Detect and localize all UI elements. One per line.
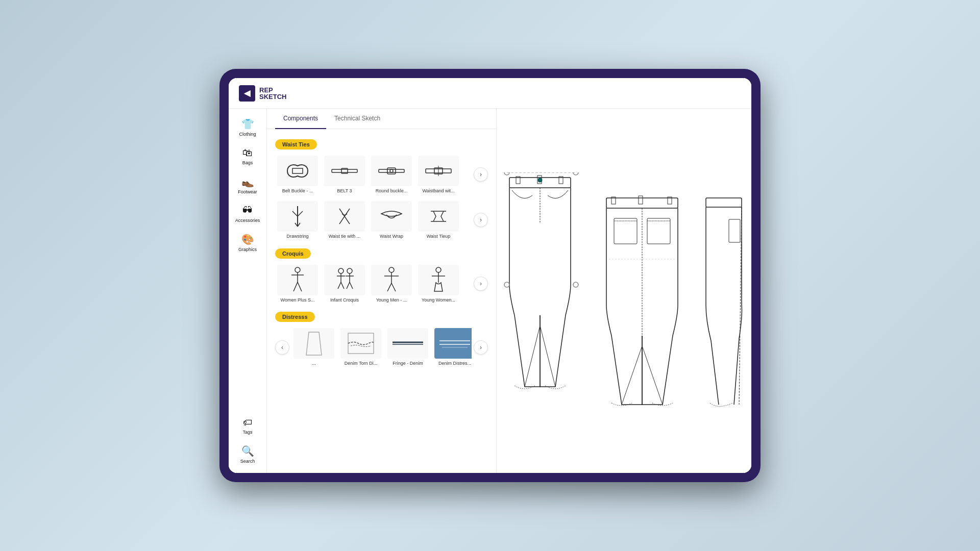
- component-women-plus[interactable]: Women Plus S...: [275, 263, 320, 305]
- app-body: 👕 Clothing 🛍 Bags 👞 Footwear 🕶 Accessori…: [229, 109, 751, 473]
- component-young-men[interactable]: Young Men - ...: [369, 263, 414, 305]
- svg-rect-51: [606, 198, 678, 208]
- component-young-women[interactable]: Young Women...: [416, 263, 461, 305]
- svg-rect-57: [647, 218, 670, 244]
- waistband-thumb: [418, 156, 459, 186]
- waist-tie-with-thumb: [324, 201, 365, 232]
- young-women-thumb: [418, 265, 459, 295]
- svg-point-21: [347, 268, 352, 273]
- logo-sketch: SKETCH: [259, 93, 286, 100]
- component-fringe-denim[interactable]: Fringe - Denim: [385, 326, 430, 368]
- croquis-row: Women Plus S...: [267, 263, 496, 305]
- tags-icon: 🏷: [243, 417, 252, 428]
- svg-point-50: [573, 282, 578, 287]
- distress-row: ‹ ...: [267, 326, 496, 368]
- svg-point-46: [538, 178, 542, 182]
- sidebar-item-clothing[interactable]: 👕 Clothing: [231, 114, 264, 141]
- infant-croquis-thumb: [324, 265, 365, 295]
- croquis-badge: Croquis: [275, 248, 311, 259]
- svg-rect-30: [348, 333, 374, 354]
- component-waist-wrap[interactable]: Waist Wrap: [369, 199, 414, 241]
- search-label: Search: [240, 459, 255, 464]
- sidebar-item-accessories[interactable]: 🕶 Accessories: [231, 201, 264, 227]
- belt-buckle-label: Belt Buckle - ...: [282, 188, 313, 194]
- accessories-icon: 🕶: [242, 205, 253, 216]
- women-plus-thumb: [277, 265, 318, 295]
- denim-distress1-label: Denim Distres...: [438, 361, 471, 366]
- clothing-label: Clothing: [239, 132, 256, 137]
- drawstring-label: Drawstring: [286, 234, 308, 239]
- svg-line-10: [298, 211, 303, 216]
- tags-label: Tags: [242, 430, 252, 435]
- component-round-buckle[interactable]: Round buckle...: [369, 154, 414, 196]
- waist-ties-row-next[interactable]: ›: [474, 213, 488, 227]
- sidebar-item-search[interactable]: 🔍 Search: [231, 441, 264, 468]
- infant-croquis-label: Infant Croquis: [330, 297, 359, 303]
- accessories-label: Accessories: [235, 218, 260, 223]
- svg-rect-3: [387, 168, 396, 174]
- component-distress-blank[interactable]: ...: [291, 326, 336, 368]
- waist-tieup-thumb: [418, 201, 459, 232]
- svg-rect-53: [639, 196, 643, 204]
- tab-bar: Components Technical Sketch: [267, 109, 496, 129]
- bags-label: Bags: [242, 160, 253, 165]
- back-sketch-svg: [599, 193, 685, 407]
- belt-row-next[interactable]: ›: [474, 167, 488, 182]
- waist-wrap-thumb: [371, 201, 412, 232]
- sketch-container: [497, 162, 751, 419]
- component-drawstring[interactable]: Drawstring: [275, 199, 320, 241]
- logo-area: ◀ REP SKETCH: [239, 85, 286, 102]
- search-icon: 🔍: [241, 445, 254, 457]
- component-denim-torn[interactable]: Denim Torn Di...: [338, 326, 383, 368]
- belt3-thumb: [324, 156, 365, 186]
- drawstring-thumb: [277, 201, 318, 232]
- young-women-label: Young Women...: [422, 297, 455, 303]
- svg-rect-33: [437, 333, 472, 354]
- monitor-screen: ◀ REP SKETCH 👕 Clothing 🛍: [229, 78, 751, 473]
- component-belt3[interactable]: BELT 3: [322, 154, 367, 196]
- component-waist-tieup[interactable]: Waist Tieup: [416, 199, 461, 241]
- svg-point-24: [389, 267, 394, 272]
- logo-rep: REP: [259, 87, 286, 93]
- belt-buckle-row: Belt Buckle - ... BEL: [267, 154, 496, 196]
- tab-technical-sketch[interactable]: Technical Sketch: [326, 109, 388, 129]
- croquis-row-next[interactable]: ›: [474, 277, 488, 291]
- waist-tie-with-label: Waist tie with ...: [329, 234, 361, 239]
- sidebar-item-graphics[interactable]: 🎨 Graphics: [231, 229, 264, 256]
- sketch-back-view: [599, 193, 685, 409]
- distress-row-next[interactable]: ›: [474, 340, 488, 355]
- clothing-icon: 👕: [241, 118, 254, 130]
- sidebar-item-bags[interactable]: 🛍 Bags: [231, 143, 264, 169]
- desktop-background: ◀ REP SKETCH 👕 Clothing 🛍: [0, 0, 980, 551]
- graphics-icon: 🎨: [241, 233, 254, 245]
- sketch-side-view: [701, 193, 752, 409]
- component-denim-distress1[interactable]: Denim Distres...: [432, 326, 472, 368]
- distress-blank-thumb: [293, 328, 334, 359]
- young-men-label: Young Men - ...: [376, 297, 407, 303]
- distress-row-prev[interactable]: ‹: [275, 340, 289, 355]
- tab-components[interactable]: Components: [275, 109, 326, 129]
- bags-icon: 🛍: [242, 147, 253, 159]
- monitor-frame: ◀ REP SKETCH 👕 Clothing 🛍: [219, 69, 761, 482]
- distress-items: ...: [291, 326, 472, 368]
- sidebar-item-footwear[interactable]: 👞 Footwear: [231, 171, 264, 198]
- app-header: ◀ REP SKETCH: [229, 78, 751, 109]
- component-infant-croquis[interactable]: Infant Croquis: [322, 263, 367, 305]
- waistband-label: Waistband wit...: [422, 188, 454, 194]
- canvas-area[interactable]: [497, 109, 751, 473]
- graphics-label: Graphics: [238, 247, 257, 252]
- sidebar-item-tags[interactable]: 🏷 Tags: [231, 413, 264, 439]
- component-waistband[interactable]: Waistband wit...: [416, 154, 461, 196]
- svg-point-4: [390, 169, 393, 172]
- logo-icon: ◀: [239, 85, 255, 102]
- svg-rect-2: [379, 169, 404, 172]
- round-buckle-thumb: [371, 156, 412, 186]
- fringe-denim-label: Fringe - Denim: [393, 361, 423, 366]
- components-content[interactable]: Waist Ties: [267, 129, 496, 473]
- component-waist-tie-with[interactable]: Waist tie with ...: [322, 199, 367, 241]
- svg-point-47: [504, 172, 509, 175]
- belt-buckle-thumb: [277, 156, 318, 186]
- young-men-thumb: [371, 265, 412, 295]
- component-belt-buckle[interactable]: Belt Buckle - ...: [275, 154, 320, 196]
- belt3-label: BELT 3: [337, 188, 352, 194]
